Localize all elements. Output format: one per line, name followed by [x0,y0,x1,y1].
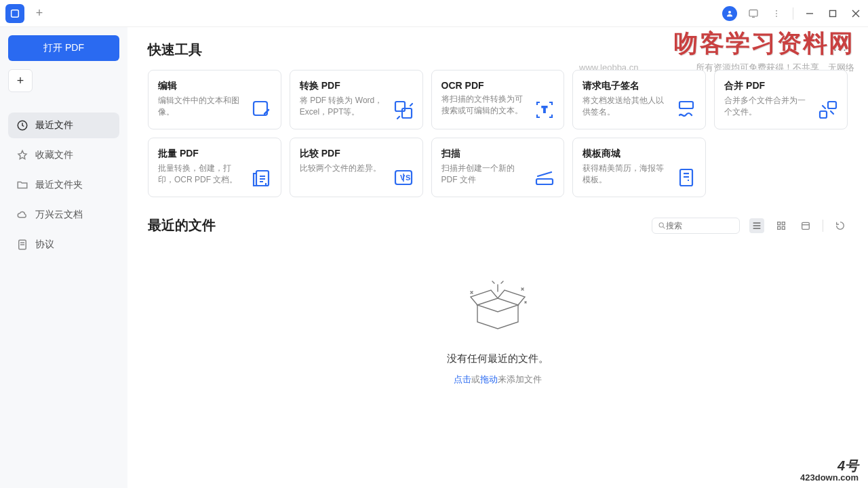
batch-icon [251,167,273,188]
svg-point-31 [659,222,663,226]
tool-templates[interactable]: 模板商城 获得精美简历，海报等模板。 [572,138,706,197]
search-box[interactable] [652,218,740,234]
svg-point-5 [776,16,777,17]
folder-icon [16,179,28,191]
tool-edit[interactable]: 编辑 编辑文件中的文本和图像。 [148,70,281,129]
tool-compare[interactable]: 比较 PDF 比较两个文件的差异。 VS [290,138,423,197]
star-icon [16,149,28,161]
tool-merge[interactable]: 合并 PDF 合并多个文件合并为一个文件。 [714,70,848,129]
signature-icon [675,99,697,121]
minimize-button[interactable] [803,7,816,20]
convert-icon [393,99,414,121]
tool-card-title: OCR PDF [441,80,555,91]
tool-card-title: 比较 PDF [300,148,413,160]
tool-card-desc: 将文档发送给其他人以供签名。 [583,95,671,118]
titlebar: + [0,0,868,27]
svg-rect-19 [828,102,836,108]
close-button[interactable] [849,7,863,20]
refresh-button[interactable] [833,218,848,233]
watermark-bottom: 4号 423down.com [800,458,859,483]
sidebar: 打开 PDF + 最近文件 收藏文件 最近文件夹 万兴云文档 协议 [0,27,127,488]
svg-rect-20 [820,111,827,118]
empty-drag-link[interactable]: 拖动 [480,374,498,384]
tool-ocr[interactable]: OCR PDF 将扫描的文件转换为可搜索或可编辑的文本。 T [431,70,565,129]
svg-rect-18 [679,102,693,108]
sidebar-item-label: 最近文件夹 [35,179,83,191]
tool-scan[interactable]: 扫描 扫描并创建一个新的 PDF 文件 [431,138,565,197]
svg-rect-26 [536,179,553,184]
tool-card-desc: 将扫描的文件转换为可搜索或可编辑的文本。 [441,94,530,117]
svg-rect-40 [802,222,810,229]
recent-section-title: 最近的文件 [148,216,216,235]
sidebar-item-label: 协议 [35,239,54,251]
cloud-icon [16,209,28,221]
tool-card-desc: 比较两个文件的差异。 [300,163,388,174]
template-icon [675,167,697,188]
empty-state: 没有任何最近的文件。 点击或拖动来添加文件 [148,244,848,386]
svg-rect-37 [782,222,785,224]
sidebar-item-label: 万兴云文档 [35,209,83,221]
svg-rect-39 [782,226,785,229]
calendar-view-button[interactable] [798,218,813,233]
home-tab[interactable] [5,4,24,23]
svg-point-4 [776,13,777,14]
empty-hint: 点击或拖动来添加文件 [454,373,542,386]
svg-rect-7 [830,10,836,16]
tool-card-desc: 合并多个文件合并为一个文件。 [724,95,812,118]
svg-rect-15 [395,102,405,111]
clock-icon [16,119,28,131]
tool-batch[interactable]: 批量 PDF 批量转换，创建，打印，OCR PDF 文档。 [148,138,281,197]
tool-convert[interactable]: 转换 PDF 将 PDF 转换为 Word，Excel，PPT等。 [290,70,423,129]
svg-rect-16 [402,108,412,118]
tool-card-title: 请求电子签名 [583,80,696,92]
tool-card-title: 扫描 [441,148,555,160]
tool-grid: 编辑 编辑文件中的文本和图像。 转换 PDF 将 PDF 转换为 Word，Ex… [148,70,848,197]
edit-icon [251,99,273,121]
compare-icon: VS [393,167,414,188]
feedback-icon[interactable] [747,7,760,20]
tools-more-button[interactable]: ··· [833,43,848,57]
empty-click-link[interactable]: 点击 [454,374,471,384]
account-avatar[interactable] [722,6,737,21]
tool-card-desc: 批量转换，创建，打印，OCR PDF 文档。 [158,163,246,186]
list-view-button[interactable] [749,218,764,233]
divider [793,7,793,20]
svg-point-1 [728,11,731,14]
sidebar-item-folders[interactable]: 最近文件夹 [8,172,119,198]
tool-card-title: 批量 PDF [158,148,271,160]
create-new-button[interactable]: + [8,69,33,92]
svg-rect-36 [778,222,781,224]
tool-card-desc: 扫描并创建一个新的 PDF 文件 [441,163,530,186]
sidebar-item-recent[interactable]: 最近文件 [8,113,119,138]
sidebar-item-label: 收藏文件 [35,149,73,161]
tool-card-title: 模板商城 [583,148,696,160]
maximize-button[interactable] [826,7,840,20]
svg-rect-38 [778,226,781,229]
svg-point-3 [776,10,777,12]
divider [823,220,823,232]
tool-card-title: 编辑 [158,80,271,92]
tool-card-desc: 将 PDF 转换为 Word，Excel，PPT等。 [300,95,388,118]
sidebar-item-agreement[interactable]: 协议 [8,232,119,258]
empty-title: 没有任何最近的文件。 [447,352,549,365]
merge-icon [817,99,839,121]
search-input[interactable] [666,221,734,230]
menu-dots-icon[interactable] [770,7,783,20]
sidebar-item-cloud[interactable]: 万兴云文档 [8,202,119,228]
tool-card-desc: 编辑文件中的文本和图像。 [158,95,246,118]
main-content: 吻客学习资料网 www.leobba.cn 所有资源均可免费获得！不共享、无网络… [127,27,868,488]
tool-card-desc: 获得精美简历，海报等模板。 [583,163,671,186]
open-pdf-button[interactable]: 打开 PDF [8,35,119,61]
svg-line-32 [663,226,665,228]
sidebar-item-label: 最近文件 [35,119,73,131]
search-icon [658,221,666,230]
grid-view-button[interactable] [774,218,789,233]
new-tab-button[interactable]: + [31,5,47,22]
document-icon [16,239,28,251]
tool-sign[interactable]: 请求电子签名 将文档发送给其他人以供签名。 [572,70,706,129]
tool-card-title: 合并 PDF [724,80,837,92]
svg-text:S: S [406,174,410,182]
empty-box-icon [457,271,538,339]
sidebar-item-favorites[interactable]: 收藏文件 [8,142,119,168]
tool-card-title: 转换 PDF [300,80,413,92]
